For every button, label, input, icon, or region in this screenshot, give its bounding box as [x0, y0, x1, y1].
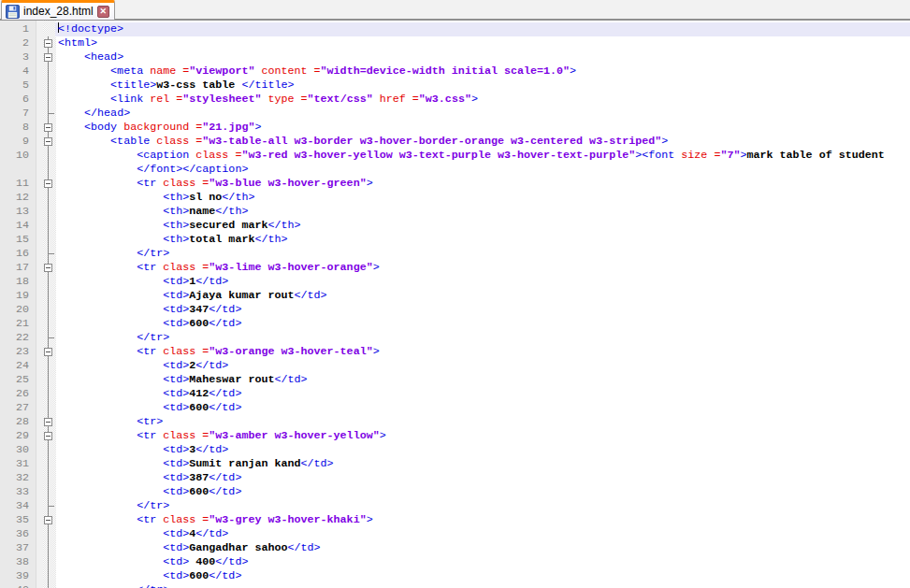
line-number[interactable]: 33 — [0, 485, 36, 499]
code-text[interactable]: <tr> — [55, 415, 910, 429]
code-line[interactable]: 2<html> — [0, 36, 910, 50]
code-line[interactable]: 23 <tr class ="w3-orange w3-hover-teal"> — [0, 345, 910, 359]
code-text[interactable]: <td>347</td> — [55, 303, 910, 317]
code-text[interactable]: <td>1</td> — [55, 275, 910, 289]
code-text[interactable]: <td> 400</td> — [55, 555, 910, 569]
bookmark-cell[interactable] — [36, 177, 42, 191]
code-text[interactable]: <td>600</td> — [55, 401, 910, 415]
bookmark-cell[interactable] — [36, 50, 42, 65]
line-number[interactable]: 35 — [0, 513, 36, 527]
bookmark-cell[interactable] — [36, 499, 42, 513]
bookmark-cell[interactable] — [36, 275, 42, 289]
code-line[interactable]: 36 <td>4</td> — [0, 527, 910, 541]
code-line[interactable]: 4 <meta name ="viewport" content ="width… — [0, 65, 910, 79]
code-line[interactable]: 19 <td>Ajaya kumar rout</td> — [0, 289, 910, 303]
code-line[interactable]: 17 <tr class ="w3-lime w3-hover-orange"> — [0, 261, 910, 275]
fold-collapse-icon[interactable] — [44, 264, 52, 272]
bookmark-cell[interactable] — [36, 135, 42, 149]
bookmark-cell[interactable] — [36, 457, 42, 471]
code-text[interactable]: <th>secured mark</th> — [55, 219, 910, 233]
code-text[interactable]: </tr> — [55, 247, 910, 261]
bookmark-cell[interactable] — [36, 289, 42, 303]
bookmark-cell[interactable] — [36, 345, 42, 359]
bookmark-cell[interactable] — [36, 583, 42, 588]
code-editor[interactable]: 1<!doctype>2<html>3 <head>4 <meta name =… — [0, 21, 910, 588]
bookmark-cell[interactable] — [36, 513, 42, 527]
bookmark-cell[interactable] — [36, 471, 42, 485]
code-line[interactable]: 34 </tr> — [0, 499, 910, 513]
code-text[interactable]: <th>total mark</th> — [55, 233, 910, 247]
code-text[interactable]: <td>600</td> — [55, 569, 910, 583]
code-line[interactable]: 35 <tr class ="w3-grey w3-hover-khaki"> — [0, 513, 910, 527]
line-number[interactable]: 6 — [0, 93, 36, 107]
fold-collapse-icon[interactable] — [44, 53, 52, 62]
line-number[interactable]: 29 — [0, 429, 36, 443]
code-text[interactable]: </tr> — [55, 583, 910, 588]
bookmark-cell[interactable] — [36, 36, 42, 50]
fold-collapse-icon[interactable] — [44, 418, 52, 426]
bookmark-cell[interactable] — [36, 359, 42, 373]
bookmark-cell[interactable] — [36, 401, 42, 415]
code-line[interactable]: 6 <link rel ="stylesheet" type ="text/cs… — [0, 93, 910, 107]
fold-collapse-icon[interactable] — [44, 123, 52, 132]
bookmark-cell[interactable] — [36, 191, 42, 205]
code-text[interactable]: <meta name ="viewport" content ="width=d… — [55, 65, 910, 79]
code-line[interactable]: 30 <td>3</td> — [0, 443, 910, 457]
bookmark-cell[interactable] — [36, 107, 42, 121]
code-line[interactable]: 22 </tr> — [0, 331, 910, 345]
line-number[interactable]: 32 — [0, 471, 36, 485]
code-line[interactable]: 39 <td>600</td> — [0, 569, 910, 583]
code-line[interactable]: 37 <td>Gangadhar sahoo</td> — [0, 541, 910, 555]
code-line[interactable]: 27 <td>600</td> — [0, 401, 910, 415]
code-line[interactable]: 7 </head> — [0, 107, 910, 121]
code-text[interactable]: <td>Gangadhar sahoo</td> — [55, 541, 910, 555]
bookmark-cell[interactable] — [36, 415, 42, 429]
line-number[interactable]: 16 — [0, 247, 36, 261]
bookmark-cell[interactable] — [36, 121, 42, 135]
line-number[interactable]: 36 — [0, 527, 36, 541]
bookmark-cell[interactable] — [36, 149, 42, 163]
line-number[interactable]: 25 — [0, 373, 36, 387]
code-text[interactable]: <tr class ="w3-amber w3-hover-yellow"> — [55, 429, 910, 443]
tab-close-icon[interactable]: ✕ — [97, 6, 109, 18]
line-number[interactable]: 30 — [0, 443, 36, 457]
bookmark-cell[interactable] — [36, 527, 42, 541]
line-number[interactable]: 11 — [0, 177, 36, 191]
code-line[interactable]: 25 <td>Maheswar rout</td> — [0, 373, 910, 387]
code-text[interactable]: <th>sl no</th> — [55, 191, 910, 205]
bookmark-cell[interactable] — [36, 485, 42, 499]
bookmark-cell[interactable] — [36, 205, 42, 219]
fold-collapse-icon[interactable] — [44, 137, 52, 146]
bookmark-cell[interactable] — [36, 387, 42, 401]
line-number[interactable]: 10 — [0, 149, 36, 163]
code-line[interactable]: 1<!doctype> — [0, 22, 910, 36]
code-line[interactable]: 18 <td>1</td> — [0, 275, 910, 289]
code-line[interactable]: 32 <td>387</td> — [0, 471, 910, 485]
bookmark-cell[interactable] — [36, 331, 42, 345]
bookmark-cell[interactable] — [36, 247, 42, 261]
line-number[interactable]: 4 — [0, 65, 36, 79]
line-number[interactable]: 39 — [0, 569, 36, 583]
bookmark-cell[interactable] — [36, 373, 42, 387]
fold-collapse-icon[interactable] — [44, 432, 52, 440]
line-number[interactable]: 37 — [0, 541, 36, 555]
line-number[interactable]: 34 — [0, 499, 36, 513]
bookmark-cell[interactable] — [36, 443, 42, 457]
code-text[interactable]: <td>4</td> — [55, 527, 910, 541]
code-text[interactable]: <html> — [55, 36, 910, 50]
bookmark-cell[interactable] — [36, 541, 42, 555]
code-text[interactable]: <td>Maheswar rout</td> — [55, 373, 910, 387]
code-text[interactable]: </font></caption> — [55, 163, 910, 177]
code-line[interactable]: 29 <tr class ="w3-amber w3-hover-yellow"… — [0, 429, 910, 443]
line-number[interactable]: 5 — [0, 79, 36, 93]
line-number[interactable]: 18 — [0, 275, 36, 289]
line-number[interactable]: 27 — [0, 401, 36, 415]
bookmark-cell[interactable] — [36, 555, 42, 569]
code-text[interactable]: <caption class ="w3-red w3-hover-yellow … — [55, 149, 910, 163]
code-text[interactable]: <title>w3-css table </title> — [55, 79, 910, 93]
code-line[interactable]: 14 <th>secured mark</th> — [0, 219, 910, 233]
bookmark-cell[interactable] — [36, 79, 42, 93]
code-line[interactable]: 28 <tr> — [0, 415, 910, 429]
code-text[interactable]: <td>Sumit ranjan kand</td> — [55, 457, 910, 471]
tab-index-28-html[interactable]: index_28.html ✕ — [1, 0, 115, 20]
